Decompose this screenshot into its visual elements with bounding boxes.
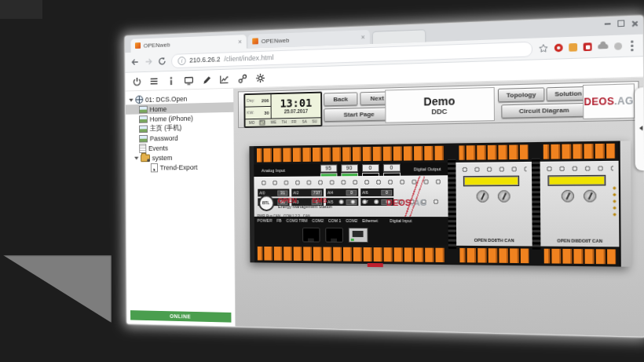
tree-item-label: Trend-Export [160, 163, 198, 171]
port-labels: POWERFBCOM3 TRMCOM2COM 1COM2Ethernet Dig… [257, 218, 449, 223]
open600-main-unit: Analog Input 95 90 0 0 Digital Output AI… [254, 144, 448, 265]
bookmark-star-icon[interactable] [538, 43, 548, 53]
weekday-cell: TH [282, 120, 287, 124]
day-of-year: Day:206 [245, 94, 270, 106]
io-label-bar: Analog Input 95 90 0 0 Digital Output [254, 163, 448, 177]
forward-icon[interactable] [145, 57, 153, 67]
system-folder-icon [141, 154, 150, 162]
minimize-icon[interactable] [605, 23, 611, 24]
btl-seal: BTL [258, 195, 274, 211]
display-value: 0 [361, 164, 379, 172]
tree-item-label: Events [148, 144, 168, 152]
close-tab-icon[interactable]: × [238, 38, 242, 45]
menu-icon[interactable] [149, 76, 159, 86]
trim-knob-row [260, 177, 441, 186]
terminal-strip-top [540, 141, 618, 162]
display-value: 95 [320, 164, 337, 172]
power-icon[interactable] [133, 76, 142, 86]
rotary-switch [477, 190, 489, 202]
topology-button[interactable]: Topology [498, 87, 545, 102]
controller-image: Analog Input 95 90 0 0 Digital Output AI… [249, 141, 628, 266]
terminal-strip-bottom [456, 246, 532, 266]
device-deos-logo: DEOS.AG [386, 198, 426, 207]
close-window-icon[interactable] [631, 20, 638, 26]
trend-export-icon [151, 163, 158, 172]
tree-root-label: 01: DCS.Open [145, 95, 187, 104]
terminal-strip-top [456, 142, 532, 163]
display-value: 90 [341, 164, 358, 172]
panel-collapse-handle[interactable] [635, 87, 644, 170]
browser-window: OPENweb × OPENweb × i 210.6.26.2/client/… [125, 16, 644, 337]
start-page-button[interactable]: Start Page [324, 107, 394, 122]
caret-down-icon[interactable] [134, 157, 138, 163]
background-notch [0, 0, 42, 19]
tree-item-label: Home (iPhone) [150, 114, 193, 122]
digital-output-label: Digital Output [414, 167, 441, 173]
trend-chart-icon[interactable] [219, 74, 229, 84]
back-icon[interactable] [131, 57, 140, 67]
io-module-1: OPEN DO8TH CAN [456, 142, 532, 265]
reload-icon[interactable] [158, 57, 166, 66]
online-status-badge: ONLINE [130, 310, 231, 322]
window-controls [605, 20, 638, 27]
rotary-switch [562, 190, 574, 203]
tree-item-label: Home [149, 105, 166, 113]
tree-item-trend-export[interactable]: Trend-Export [126, 162, 234, 173]
status-led-column [613, 186, 617, 219]
ethernet-port [348, 228, 368, 243]
device-endcap [618, 141, 631, 266]
close-tab-icon[interactable]: × [361, 34, 365, 40]
image-icon [139, 105, 148, 113]
caret-down-icon[interactable] [129, 99, 133, 104]
openweb-favicon [135, 42, 141, 49]
project-tree: 01: DCS.Open Home Home (iPhone) 主页 (手机) … [126, 89, 234, 173]
background-wedge [3, 255, 112, 323]
extension-icon-red-ring[interactable] [554, 44, 563, 53]
extension-icon-cloud[interactable] [598, 44, 608, 49]
maximize-icon[interactable] [617, 20, 624, 27]
com2-port [325, 228, 343, 243]
rotary-switch [498, 190, 510, 202]
page-subtitle: DDC [431, 107, 447, 115]
tree-item-label: Password [150, 134, 178, 142]
gear-icon[interactable] [255, 73, 265, 83]
led-row [545, 164, 613, 173]
new-tab-button[interactable] [372, 29, 426, 44]
page-content: 01: DCS.Open Home Home (iPhone) 主页 (手机) … [126, 78, 644, 337]
tab-title: OPENweb [144, 38, 236, 49]
page-title: Demo [423, 95, 455, 108]
url-path: /client/index.html [224, 53, 273, 63]
extension-icon-red-square[interactable] [584, 42, 592, 51]
module-name: OPEN DI8DO8T CAN [553, 239, 606, 244]
device-branding: BTL OPEN 600 EMS Energy Management Stati… [258, 194, 443, 211]
tree-item-label: 主页 (手机) [150, 123, 182, 133]
page-title-panel: Demo DDC [385, 87, 495, 123]
edit-icon[interactable] [202, 75, 211, 85]
deos-logo: DEOS.AG [583, 83, 635, 119]
terminal-strip-bottom [254, 244, 448, 265]
page-info-icon[interactable]: i [177, 57, 185, 65]
globe-icon [135, 96, 143, 104]
io-module-2: OPEN DI8DO8T CAN [540, 141, 619, 267]
module-label-window [548, 176, 605, 185]
page-header-bar: Day:206 KW:30 13:01 25.07.2017 MO [238, 81, 639, 128]
terminal-strip-top [254, 144, 448, 165]
address-switches [540, 190, 618, 203]
display-icon[interactable] [184, 75, 194, 85]
back-button[interactable]: Back [324, 92, 357, 106]
time-display: 13:01 25.07.2017 [271, 93, 320, 119]
image-icon [139, 125, 148, 133]
extension-icon-grey[interactable] [614, 42, 622, 50]
extension-icon-orange[interactable] [569, 43, 577, 52]
product-subtitle: Energy Management Station [278, 204, 332, 209]
weekday-cell: MO [249, 121, 254, 125]
led-row [460, 165, 526, 174]
browser-menu-icon[interactable] [631, 44, 633, 46]
link-icon[interactable] [238, 73, 247, 83]
bus-connector [531, 159, 540, 250]
terminal-strip-bottom [540, 247, 619, 267]
reset-tag [367, 263, 382, 267]
circuit-diagram-button[interactable]: Circuit Diagram [501, 103, 587, 119]
date-value: 25.07.2017 [284, 108, 308, 114]
info-icon[interactable] [166, 75, 176, 86]
